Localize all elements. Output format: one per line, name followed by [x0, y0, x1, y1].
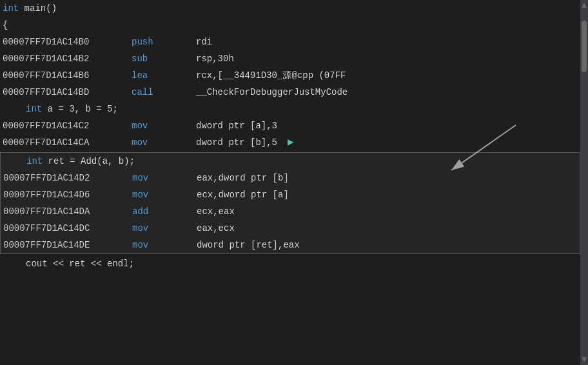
- operand-2: rsp,30h: [196, 50, 234, 67]
- instr-3: lea: [132, 67, 196, 84]
- addr-1: 00007FF7D1AC14B0: [3, 34, 132, 50]
- asm-line-1: 00007FF7D1AC14B0 push rdi: [0, 34, 580, 50]
- scroll-up-arrow[interactable]: [582, 3, 587, 8]
- scroll-down-arrow[interactable]: [582, 357, 587, 362]
- disassembly-view: int main() { 00007FF7D1AC14B0 push rdi 0…: [0, 0, 580, 365]
- asm-line-8: 00007FF7D1AC14D6 mov ecx,dword ptr [a]: [1, 186, 580, 203]
- operand-3: rcx,[__34491D30_源@cpp (07FF: [196, 67, 346, 84]
- play-arrow-icon[interactable]: ▶: [288, 134, 294, 151]
- vertical-scrollbar[interactable]: [580, 0, 588, 365]
- line-main-header: int main(): [0, 0, 580, 17]
- source-line-a-b: int a = 3, b = 5;: [0, 101, 580, 117]
- operand-4: __CheckForDebuggerJustMyCode: [196, 84, 348, 101]
- addr-4: 00007FF7D1AC14BD: [3, 84, 132, 101]
- operand-6: dword ptr [b],5: [196, 134, 277, 151]
- addr-7: 00007FF7D1AC14D2: [3, 170, 132, 186]
- code-area[interactable]: int main() { 00007FF7D1AC14B0 push rdi 0…: [0, 0, 580, 365]
- operand-8: ecx,dword ptr [a]: [197, 186, 289, 203]
- operand-5: dword ptr [a],3: [196, 117, 277, 134]
- operand-10: eax,ecx: [197, 220, 235, 237]
- instr-4: call: [132, 84, 196, 101]
- addr-10: 00007FF7D1AC14DC: [3, 220, 132, 237]
- asm-line-11: 00007FF7D1AC14DE mov dword ptr [ret],eax: [1, 237, 580, 253]
- addr-3: 00007FF7D1AC14B6: [3, 67, 132, 84]
- instr-9: add: [132, 203, 197, 220]
- source-line-cout: cout << ret << endl;: [0, 255, 580, 272]
- addr-2: 00007FF7D1AC14B2: [3, 50, 132, 67]
- asm-line-10: 00007FF7D1AC14DC mov eax,ecx: [1, 220, 580, 237]
- operand-1: rdi: [196, 34, 212, 50]
- addr-11: 00007FF7D1AC14DE: [3, 237, 132, 253]
- instr-2: sub: [132, 50, 196, 67]
- instr-1: push: [132, 34, 196, 50]
- instr-10: mov: [132, 220, 197, 237]
- instr-6: mov: [132, 134, 196, 151]
- svg-line-1: [451, 125, 516, 170]
- operand-11: dword ptr [ret],eax: [197, 237, 300, 253]
- instr-5: mov: [132, 117, 196, 134]
- addr-5: 00007FF7D1AC14C2: [3, 117, 132, 134]
- instr-8: mov: [132, 186, 197, 203]
- scrollbar-thumb[interactable]: [582, 21, 587, 72]
- operand-7: eax,dword ptr [b]: [197, 170, 289, 186]
- debug-arrow: [413, 119, 542, 183]
- line-open-brace: {: [0, 17, 580, 34]
- source-a-b: int a = 3, b = 5;: [3, 101, 118, 117]
- addr-8: 00007FF7D1AC14D6: [3, 186, 132, 203]
- operand-9: ecx,eax: [197, 203, 235, 220]
- open-brace: {: [3, 17, 8, 34]
- main-func: main(): [19, 0, 57, 17]
- instr-7: mov: [132, 170, 197, 186]
- asm-line-2: 00007FF7D1AC14B2 sub rsp,30h: [0, 50, 580, 67]
- addr-6: 00007FF7D1AC14CA: [3, 134, 132, 151]
- asm-line-4: 00007FF7D1AC14BD call __CheckForDebugger…: [0, 84, 580, 101]
- keyword-int: int: [3, 0, 19, 17]
- source-ret: int ret = Add(a, b);: [3, 153, 135, 170]
- source-cout: cout << ret << endl;: [3, 255, 134, 272]
- asm-line-9: 00007FF7D1AC14DA add ecx,eax: [1, 203, 580, 220]
- instr-11: mov: [132, 237, 197, 253]
- addr-9: 00007FF7D1AC14DA: [3, 203, 132, 220]
- asm-line-3: 00007FF7D1AC14B6 lea rcx,[__34491D30_源@c…: [0, 67, 580, 84]
